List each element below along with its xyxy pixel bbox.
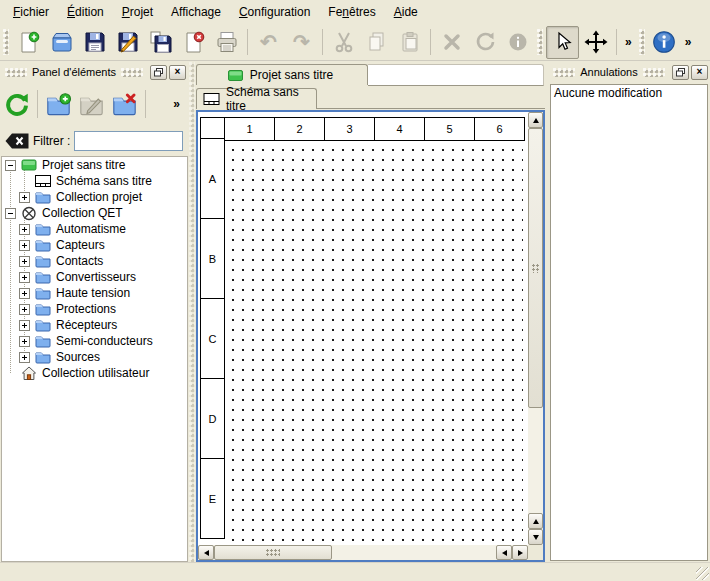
reload-icon: [3, 91, 30, 118]
horizontal-scroll-thumb[interactable]: [214, 545, 332, 560]
float-icon: [154, 68, 163, 77]
save-all-button[interactable]: [144, 26, 177, 59]
expand-expander[interactable]: [19, 336, 30, 347]
scroll-left-button[interactable]: [198, 545, 214, 560]
menu-edition[interactable]: Édition: [58, 1, 113, 23]
panel-splitter[interactable]: [188, 62, 196, 562]
undo-history-list[interactable]: Aucune modification: [550, 84, 708, 561]
expand-expander[interactable]: [19, 256, 30, 267]
row-label: C: [200, 298, 225, 379]
float-panel-button[interactable]: [150, 65, 167, 80]
expand-expander[interactable]: [19, 272, 30, 283]
diagram-view[interactable]: 1 2 3 4 5 6 A B C D E: [196, 110, 545, 562]
elements-panel-titlebar[interactable]: Panel d'éléments ×: [0, 62, 188, 82]
blue-folder-icon: [35, 270, 51, 284]
print-button[interactable]: [210, 26, 243, 59]
tree-item-collection-utilisateur[interactable]: Collection utilisateur: [2, 365, 187, 381]
menu-configuration[interactable]: Configuration: [230, 1, 319, 23]
scroll-down-button[interactable]: [528, 529, 543, 545]
toolbar-drag-handle[interactable]: [3, 29, 9, 55]
toolbar-drag-handle[interactable]: [639, 29, 645, 55]
diagram-canvas[interactable]: 1 2 3 4 5 6 A B C D E: [198, 112, 528, 545]
tree-item-label: Sources: [56, 350, 100, 364]
print-icon: [215, 30, 239, 54]
collapse-expander[interactable]: [5, 160, 16, 171]
scroll-left-button[interactable]: [496, 545, 512, 560]
new-category-button[interactable]: [42, 88, 75, 121]
tree-item-capteurs[interactable]: Capteurs: [2, 237, 187, 253]
info-icon: [506, 30, 530, 54]
tab-schema[interactable]: Schéma sans titre: [196, 88, 317, 109]
resize-grip[interactable]: [696, 567, 709, 580]
tree-item-haute-tension[interactable]: Haute tension: [2, 285, 187, 301]
scroll-up-button[interactable]: [528, 112, 543, 128]
expand-expander[interactable]: [19, 192, 30, 203]
tree-item-collection-qet[interactable]: Collection QET: [2, 205, 187, 221]
panel-overflow-chevron[interactable]: »: [169, 97, 184, 111]
tree-item-sources[interactable]: Sources: [2, 349, 187, 365]
tree-item-contacts[interactable]: Contacts: [2, 253, 187, 269]
blue-folder-icon: [35, 254, 51, 268]
vertical-scroll-thumb[interactable]: [528, 128, 543, 408]
reload-collections-button[interactable]: [0, 88, 33, 121]
tree-item-protections[interactable]: Protections: [2, 301, 187, 317]
expand-expander[interactable]: [19, 304, 30, 315]
menu-fichier[interactable]: Fichier: [4, 1, 58, 23]
horizontal-scrollbar[interactable]: [198, 545, 528, 560]
save-button[interactable]: [78, 26, 111, 59]
scroll-right-button[interactable]: [512, 545, 528, 560]
tree-item-semi-conducteurs[interactable]: Semi-conducteurs: [2, 333, 187, 349]
vertical-scrollbar[interactable]: [528, 112, 543, 545]
clear-filter-button[interactable]: [5, 133, 29, 149]
panel-toolbar-separator: [37, 90, 38, 118]
close-panel-button[interactable]: ×: [169, 65, 186, 80]
expand-expander[interactable]: [19, 240, 30, 251]
close-panel-button[interactable]: ×: [691, 65, 708, 80]
close-file-button[interactable]: [177, 26, 210, 59]
toolbar-separator: [322, 29, 323, 55]
new-document-button[interactable]: [12, 26, 45, 59]
select-mode-button[interactable]: [546, 26, 579, 59]
tree-item-automatisme[interactable]: Automatisme: [2, 221, 187, 237]
save-as-button[interactable]: [111, 26, 144, 59]
move-mode-button[interactable]: [579, 26, 612, 59]
toolbar-drag-handle[interactable]: [537, 29, 543, 55]
menu-fenetres[interactable]: Fenêtres: [319, 1, 384, 23]
scroll-up-button[interactable]: [528, 513, 543, 529]
open-button[interactable]: [45, 26, 78, 59]
row-label: E: [200, 458, 225, 539]
column-label: 5: [424, 117, 475, 141]
toolbar-separator: [616, 29, 617, 55]
tree-item-collection-projet[interactable]: Collection projet: [2, 189, 187, 205]
menu-affichage[interactable]: Affichage: [162, 1, 230, 23]
toolbar-overflow-chevron[interactable]: »: [621, 35, 636, 49]
tree-item-convertisseurs[interactable]: Convertisseurs: [2, 269, 187, 285]
tree-item-projet[interactable]: Projet sans titre: [2, 157, 187, 173]
delete-category-button[interactable]: [108, 88, 141, 121]
float-panel-button[interactable]: [672, 65, 689, 80]
toolbar-overflow-chevron[interactable]: »: [681, 35, 696, 49]
project-tab-bar: Projet sans titre: [196, 62, 545, 86]
tab-pane-edge: [317, 108, 545, 109]
tree-item-recepteurs[interactable]: Récepteurs: [2, 317, 187, 333]
tree-item-label: Collection projet: [56, 190, 142, 204]
tree-item-schema[interactable]: Schéma sans titre: [2, 173, 187, 189]
expand-expander[interactable]: [19, 288, 30, 299]
elements-panel: Panel d'éléments × »: [0, 62, 188, 562]
expand-expander[interactable]: [19, 224, 30, 235]
schema-icon: [203, 92, 220, 106]
undo-list-item[interactable]: Aucune modification: [551, 85, 707, 101]
schema-icon: [35, 174, 51, 188]
undo-panel-titlebar[interactable]: Annulations ×: [548, 62, 710, 82]
paste-icon: [398, 30, 422, 54]
filter-input[interactable]: [74, 131, 183, 151]
collapse-expander[interactable]: [5, 208, 16, 219]
expand-expander[interactable]: [19, 320, 30, 331]
tab-project[interactable]: Projet sans titre: [196, 64, 368, 85]
menu-aide[interactable]: Aide: [385, 1, 427, 23]
menu-projet[interactable]: Projet: [113, 1, 162, 23]
elements-panel-toolbar: »: [0, 84, 188, 124]
column-label: 2: [274, 117, 325, 141]
expand-expander[interactable]: [19, 352, 30, 363]
info-blue-button[interactable]: [648, 26, 681, 59]
